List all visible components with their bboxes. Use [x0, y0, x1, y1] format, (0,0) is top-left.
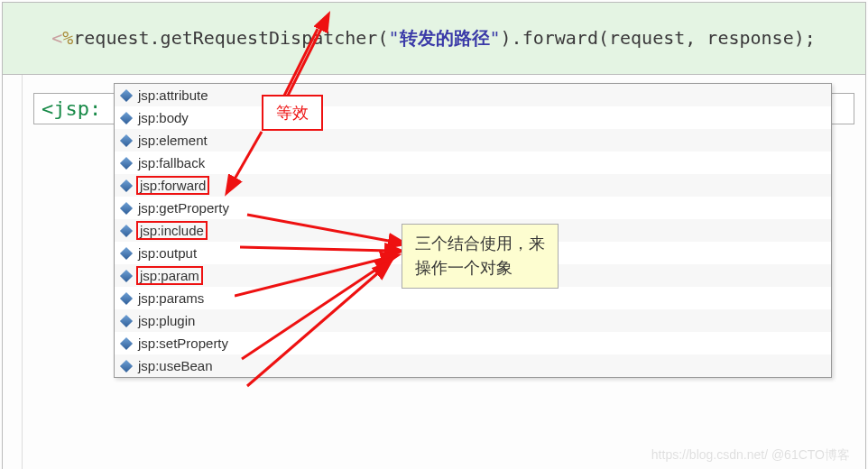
code-token: " [490, 27, 501, 49]
autocomplete-item-label: jsp:include [136, 221, 208, 240]
autocomplete-item[interactable]: jsp:forward [115, 174, 831, 197]
autocomplete-item-label: jsp:plugin [138, 313, 195, 328]
annotation-equivalent: 等效 [262, 95, 323, 131]
editor-gutter [3, 75, 23, 469]
tag-icon [120, 179, 133, 191]
tag-icon [120, 269, 133, 281]
autocomplete-item-label: jsp:attribute [138, 87, 208, 103]
code-token: request.getRequestDispatcher( [73, 27, 388, 49]
autocomplete-item-label: jsp:params [138, 290, 204, 306]
autocomplete-item-label: jsp:param [136, 266, 203, 285]
annotation-line: 三个结合使用，来 [415, 232, 545, 256]
autocomplete-item-label: jsp:getProperty [138, 200, 229, 216]
tag-icon [120, 246, 133, 259]
autocomplete-item[interactable]: jsp:useBean [115, 354, 831, 377]
tag-icon [120, 291, 133, 304]
autocomplete-item-label: jsp:useBean [138, 358, 213, 373]
annotation-trio-usage: 三个结合使用，来 操作一个对象 [402, 224, 559, 289]
tag-icon [120, 201, 133, 214]
tag-icon [120, 111, 133, 124]
autocomplete-item-label: jsp:output [138, 245, 197, 261]
autocomplete-item-label: jsp:element [138, 133, 208, 148]
autocomplete-item-label: jsp:body [138, 110, 189, 125]
tag-icon [120, 88, 133, 101]
annotation-line: 操作一个对象 [415, 256, 545, 280]
autocomplete-item[interactable]: jsp:params [115, 287, 831, 309]
autocomplete-item[interactable]: jsp:element [115, 129, 831, 152]
tag-icon [120, 224, 133, 236]
autocomplete-item[interactable]: jsp:setProperty [115, 332, 831, 354]
code-token: " [388, 27, 399, 49]
code-token: ).forward(request, response); [501, 27, 816, 49]
autocomplete-item-label: jsp:setProperty [138, 336, 228, 351]
tag-icon [120, 336, 133, 349]
autocomplete-item-label: jsp:forward [136, 176, 209, 195]
autocomplete-item-label: jsp:fallback [138, 155, 205, 170]
code-string: 转发的路径 [400, 27, 490, 49]
autocomplete-item[interactable]: jsp:fallback [115, 152, 831, 174]
watermark: https://blog.csdn.net/ @61CTO博客 [651, 447, 850, 464]
code-line: <%request.getRequestDispatcher("转发的路径").… [3, 3, 865, 75]
code-token: < [51, 27, 62, 49]
autocomplete-item[interactable]: jsp:plugin [115, 309, 831, 332]
tag-icon [120, 314, 133, 326]
autocomplete-item[interactable]: jsp:body [115, 106, 831, 129]
code-token: % [62, 27, 73, 49]
autocomplete-item[interactable]: jsp:getProperty [115, 197, 831, 219]
tag-icon [120, 156, 133, 169]
tag-icon [120, 359, 133, 372]
autocomplete-item[interactable]: jsp:attribute [115, 84, 831, 106]
tag-icon [120, 133, 133, 146]
